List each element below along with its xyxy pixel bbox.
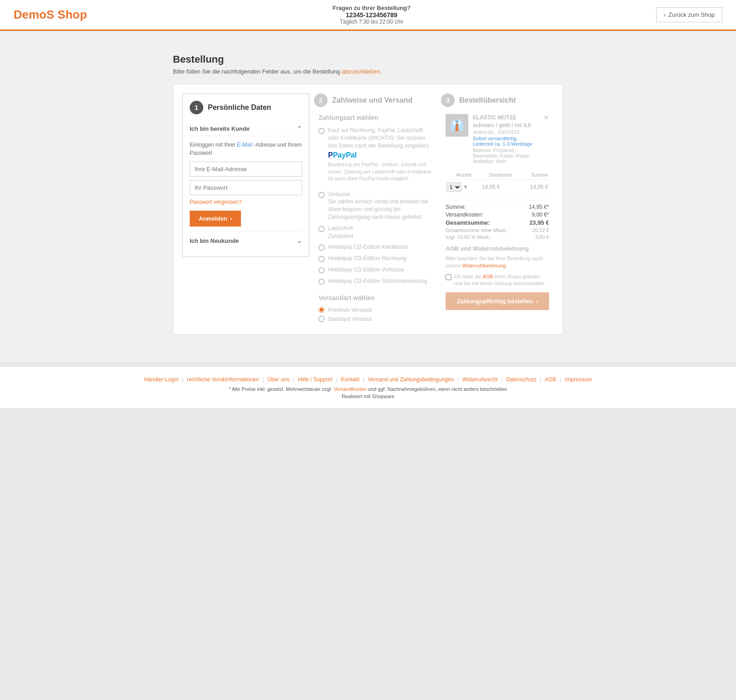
email-link[interactable]: E-Mail — [237, 142, 252, 148]
paypal-option-label: Kauf auf Rechnung, PayPal, Lastschrift o… — [328, 127, 429, 149]
shipping-radio-premium[interactable] — [319, 307, 324, 313]
footer-links: Händler-Login | rechtliche Vorabinformat… — [9, 376, 727, 383]
payment-option-paypal: Kauf auf Rechnung, PayPal, Lastschrift o… — [319, 127, 432, 186]
agb-checkbox-row: Ich habe die AGB Ihres Shops gelesen und… — [446, 273, 549, 287]
chevron-left-icon: ‹ — [664, 11, 666, 18]
footer-shipping-link[interactable]: Versandkosten — [334, 386, 367, 392]
heidelpay-cc-label: Heidelpay CD-Edition Kreditkarte — [328, 243, 408, 251]
shipping-section-label: Versandart wählen — [319, 294, 432, 301]
agb-title: AGB und Widerrufsbelehrung — [446, 245, 549, 252]
heidelpay-sofort-label: Heidelpay CD-Edition Sofortüberweisung — [328, 277, 427, 285]
new-customer-toggle[interactable]: Ich bin Neukunde ⌄ — [190, 231, 302, 250]
logo-shop: S Shop — [46, 8, 87, 21]
step-3-content: 👔 ELASTIC MÜTZE schwarz / gelb / rot 4.0… — [441, 114, 554, 310]
col-price-header: Stückpreis — [482, 170, 519, 180]
payment-option-heidelpay-rechnung: Heidelpay CD-Edition Rechnung — [319, 255, 432, 262]
price-summary: Summe: 14,95 €* Versandkosten: 9,00 €* G… — [446, 200, 549, 240]
existing-customer-form: Einloggen mit Ihrer E-Mail -Adresse und … — [190, 141, 302, 227]
summary-row: Summe: 14,95 €* — [446, 204, 549, 210]
payment-option-heidelpay-sofort: Heidelpay CD-Edition Sofortüberweisung — [319, 277, 432, 285]
lastschrift-sub: Zusatztext — [328, 232, 353, 240]
widerruf-link[interactable]: Widerrufsbelehrung — [462, 263, 506, 268]
payment-option-heidelpay-vorkasse: Heidelpay CD-Edition Vorkasse — [319, 266, 432, 274]
step-3-order-overview: 3 Bestellübersicht 👔 ELASTIC MÜTZE schwa… — [441, 94, 554, 310]
step-2-title: Zahlweise und Versand — [332, 96, 412, 104]
existing-customer-label: Ich bin bereits Kunde — [190, 125, 250, 132]
summary-label: Summe: — [446, 204, 466, 210]
step-3-header: 3 Bestellübersicht — [441, 94, 554, 107]
footer-link-shipping[interactable]: Versand und Zahlungsbedingungen — [368, 376, 454, 383]
email-field[interactable] — [190, 162, 302, 177]
payment-radio-lastschrift[interactable] — [319, 226, 324, 232]
product-delivery: Sofort versandfertig, Lieferzeit ca. 1-3… — [473, 136, 539, 147]
tax-row: zzgl. 19,00 % Mwst.: 3,83 € — [446, 234, 549, 240]
footer: Händler-Login | rechtliche Vorabinformat… — [0, 366, 736, 408]
chevron-right-icon: › — [230, 215, 232, 222]
subtotal-label: Gesamtsumme ohne Mwst.: — [446, 227, 508, 233]
footer-link-impressum[interactable]: Impressum — [565, 376, 592, 383]
payment-radio-heidelpay-cc[interactable] — [319, 245, 324, 251]
payment-block-paypal: Kauf auf Rechnung, PayPal, Lastschrift o… — [319, 127, 432, 186]
product-material: Material: Polyamid, Baumwolle, Farbe: Ro… — [473, 148, 539, 164]
heidelpay-vorkasse-label: Heidelpay CD-Edition Vorkasse — [328, 266, 404, 274]
product-info: ELASTIC MÜTZE schwarz / gelb / rot 4.0 A… — [473, 114, 539, 164]
payment-option-vorkasse: Vorkasse Sie zahlen einfach vorab und er… — [319, 191, 432, 221]
subtotal-row: Gesamtsumme ohne Mwst.: 20,12 € — [446, 227, 549, 233]
footer-note: * Alle Preise inkl. gesetzl. Mehrwertste… — [9, 386, 727, 392]
qty-select[interactable]: 1 — [447, 182, 461, 192]
shipping-radio-standard[interactable] — [319, 316, 324, 322]
header: DemoS Shop Fragen zu Ihrer Bestellung? 1… — [0, 0, 736, 31]
existing-customer-toggle[interactable]: Ich bin bereits Kunde ⌃ — [190, 121, 302, 136]
payment-radio-paypal[interactable] — [319, 128, 324, 134]
header-contact: Fragen zu Ihrer Bestellung? 12345-123456… — [333, 5, 411, 25]
footer-link-handler[interactable]: Händler-Login — [144, 376, 178, 383]
step-1-title: Persönliche Daten — [208, 104, 271, 112]
footer-link-withdrawal[interactable]: Widerrufsrecht — [462, 376, 498, 383]
payment-radio-vorkasse[interactable] — [319, 192, 324, 198]
footer-powered: Realisiert mit Shopware — [9, 394, 727, 399]
payment-radio-heidelpay-vorkasse[interactable] — [319, 267, 324, 273]
footer-link-about[interactable]: Über uns — [267, 376, 289, 383]
agb-checkbox[interactable] — [446, 274, 451, 280]
back-to-shop-button[interactable]: ‹ Zurück zum Shop — [656, 7, 722, 22]
step-2-content: Zahlungsart wählen Kauf auf Rechnung, Pa… — [314, 114, 437, 322]
step-3-title: Bestellübersicht — [459, 96, 515, 104]
complete-order-link[interactable]: abzuschließen — [342, 68, 380, 75]
shipping-section: Versandart wählen Premium Versand Standa… — [319, 294, 432, 322]
footer-link-contact[interactable]: Kontakt — [341, 376, 359, 383]
footer-link-agb[interactable]: AGB — [545, 376, 556, 383]
page-subtitle: Bitte füllen Sie die nachfolgenden Felde… — [173, 68, 563, 75]
payment-section-label: Zahlungsart wählen — [319, 114, 432, 121]
agb-section: AGB und Widerrufsbelehrung Bitte beachte… — [446, 245, 549, 287]
payment-radio-heidelpay-sofort[interactable] — [319, 279, 324, 285]
step-2-number: 2 — [314, 94, 328, 107]
agb-link[interactable]: AGB — [482, 274, 493, 279]
footer-link-legal[interactable]: rechtliche Vorabinformationen — [187, 376, 259, 383]
agb-text: Bitte beachten Sie bei Ihrer Bestellung … — [446, 255, 549, 270]
checkout-steps: 1 Persönliche Daten Ich bin bereits Kund… — [173, 84, 563, 335]
order-button[interactable]: Zahlungspflichtig bestellen › — [446, 292, 549, 310]
forgot-password-link[interactable]: Passwort vergessen? — [190, 199, 302, 205]
contact-hours: Täglich 7:30 bis 22:00 Uhr — [333, 19, 411, 25]
product-art-nr: Artikel-Nr.: SW10153 — [473, 129, 539, 135]
subtotal-value: 20,12 € — [532, 227, 549, 233]
paypal-logo: PPayPal — [328, 151, 432, 159]
login-button[interactable]: Anmelden › — [190, 211, 241, 227]
step-1-number: 1 — [190, 101, 203, 114]
product-remove-button[interactable]: ✕ — [544, 114, 549, 121]
total-label: Gesamtsumme: — [446, 219, 490, 226]
password-field[interactable] — [190, 180, 302, 195]
shipping-option-premium: Premium Versand — [319, 307, 432, 313]
agb-check-label: Ich habe die AGB Ihres Shops gelesen und… — [454, 273, 549, 287]
step-2-payment: 2 Zahlweise und Versand Zahlungsart wähl… — [314, 94, 437, 325]
order-row-sum: 14,95 € — [520, 181, 548, 193]
payment-radio-heidelpay-rechnung[interactable] — [319, 256, 324, 262]
footer-link-privacy[interactable]: Datenschutz — [506, 376, 536, 383]
footer-link-help[interactable]: Hilfe / Support — [298, 376, 333, 383]
product-img-placeholder: 👔 — [450, 119, 464, 132]
page-title: Bestellung — [173, 54, 563, 65]
premium-shipping-label: Premium Versand — [328, 307, 371, 313]
new-customer-label: Ich bin Neukunde — [190, 237, 239, 244]
payment-option-lastschrift: Lastschrift Zusatztext — [319, 225, 432, 240]
shipping-option-standard: Standard Versand — [319, 316, 432, 322]
